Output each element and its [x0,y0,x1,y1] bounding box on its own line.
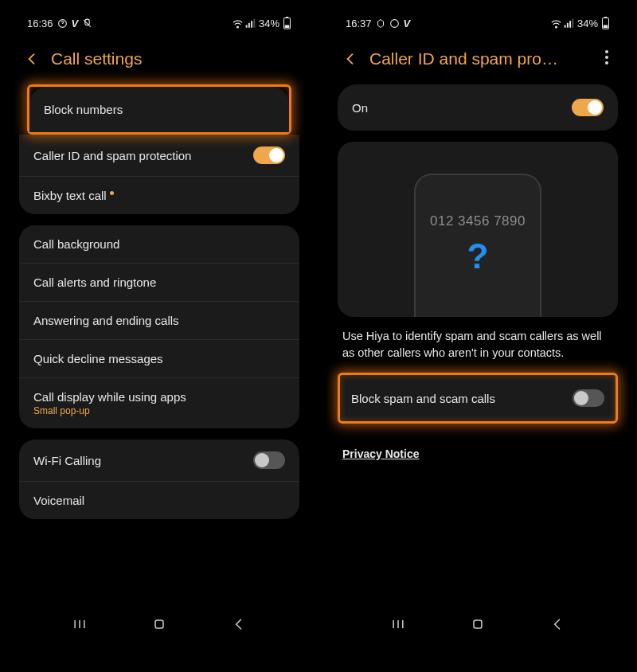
nav-back[interactable] [549,616,565,632]
svg-point-15 [556,26,557,28]
svg-rect-17 [567,22,569,27]
phone-right: 16:37 V 34% Caller ID and spam pro… [326,8,629,645]
back-button[interactable] [342,51,358,67]
nav-home[interactable] [470,616,486,632]
svg-rect-5 [251,21,252,27]
row-answering-ending[interactable]: Answering and ending calls [19,302,299,340]
mock-phone-illustration: 012 3456 7890 ? [414,174,541,317]
wifi-icon [232,18,244,29]
toggle-master[interactable] [572,99,604,116]
page-header: Caller ID and spam pro… [326,35,629,84]
system-nav-bar [8,610,311,645]
row-call-display-apps[interactable]: Call display while using apps Small pop-… [19,378,299,428]
row-block-numbers[interactable]: Block numbers [29,87,289,132]
svg-rect-6 [253,18,255,27]
status-time: 16:37 [346,18,372,29]
svg-rect-3 [246,25,248,27]
row-label: Voicemail [33,494,84,507]
v-icon: V [72,18,79,29]
row-label: Call display while using apps Small pop-… [33,390,186,416]
page-title: Call settings [51,49,295,68]
row-label: Call background [33,237,119,251]
toggle-block-spam[interactable] [573,389,604,407]
signal-icon [564,18,574,29]
privacy-notice-link[interactable]: Privacy Notice [326,424,629,460]
nav-back[interactable] [231,616,247,632]
wifi-icon [550,18,562,29]
notif-icon [376,18,385,28]
nav-home[interactable] [151,616,167,632]
svg-rect-29 [474,620,482,628]
row-quick-decline[interactable]: Quick decline messages [19,340,299,378]
row-label: Answering and ending calls [33,314,179,327]
description-text: Use Hiya to identify spam and scam calle… [326,328,629,373]
v-icon: V [404,18,411,29]
svg-point-23 [605,50,608,53]
svg-rect-21 [604,17,607,18]
row-wifi-calling[interactable]: Wi-Fi Calling [19,440,299,482]
svg-rect-13 [155,620,163,628]
row-bixby-text-call[interactable]: Bixby text call [19,177,299,214]
whatsapp-icon [57,18,68,29]
settings-group-1: Caller ID and spam protection Bixby text… [19,135,299,214]
row-label: Block numbers [44,103,123,116]
whatsapp-icon [389,18,400,29]
back-button[interactable] [24,51,40,67]
row-master-on[interactable]: On [338,84,618,131]
toggle-wifi-calling[interactable] [253,451,285,469]
svg-rect-22 [604,25,608,28]
menu-kebab-icon[interactable] [600,50,613,68]
row-label: Caller ID and spam protection [33,149,191,162]
row-block-spam-scam[interactable]: Block spam and scam calls [340,375,616,421]
signal-icon [245,18,256,29]
status-battery-pct: 34% [259,18,279,29]
row-label: Call alerts and ringtone [33,275,156,289]
mock-number: 012 3456 7890 [430,213,526,229]
svg-rect-9 [285,25,290,28]
page-header: Call settings [8,35,311,84]
svg-rect-4 [248,22,250,27]
row-call-alerts-ringtone[interactable]: Call alerts and ringtone [19,264,299,302]
svg-rect-18 [569,21,571,27]
svg-rect-8 [286,17,288,18]
svg-rect-19 [572,18,573,27]
svg-point-24 [605,56,608,59]
svg-point-2 [237,26,239,28]
battery-icon [601,17,610,29]
page-title: Caller ID and spam pro… [369,49,589,68]
row-call-background[interactable]: Call background [19,225,299,264]
row-label: Bixby text call [33,189,114,202]
row-subtext: Small pop-up [33,405,186,416]
master-toggle-card: On [338,84,618,131]
illustration-card: 012 3456 7890 ? [338,142,618,317]
settings-group-2: Call background Call alerts and ringtone… [19,225,299,428]
svg-point-14 [390,19,398,27]
row-caller-id-spam[interactable]: Caller ID and spam protection [19,135,299,177]
row-label: Wi-Fi Calling [33,454,101,467]
nav-recents[interactable] [72,616,88,632]
mute-icon [82,18,92,29]
svg-point-25 [605,61,608,64]
toggle-caller-id-spam[interactable] [253,147,285,164]
battery-icon [283,17,291,29]
settings-group-3: Wi-Fi Calling Voicemail [19,440,299,519]
row-label: Block spam and scam calls [351,392,495,405]
system-nav-bar [326,610,629,645]
new-badge-dot [110,191,114,195]
question-mark-icon: ? [467,239,489,274]
phone-left: 16:36 V 34% Call settings Block [8,8,311,645]
status-bar: 16:36 V 34% [8,8,311,35]
row-label: On [352,101,368,115]
row-label: Quick decline messages [33,352,163,365]
status-battery-pct: 34% [577,18,598,29]
status-time: 16:36 [27,18,53,29]
nav-recents[interactable] [390,616,406,632]
row-voicemail[interactable]: Voicemail [19,482,299,519]
highlight-block-numbers: Block numbers [27,84,291,135]
status-bar: 16:37 V 34% [326,8,629,35]
svg-rect-16 [565,25,566,27]
highlight-block-spam: Block spam and scam calls [338,373,618,424]
